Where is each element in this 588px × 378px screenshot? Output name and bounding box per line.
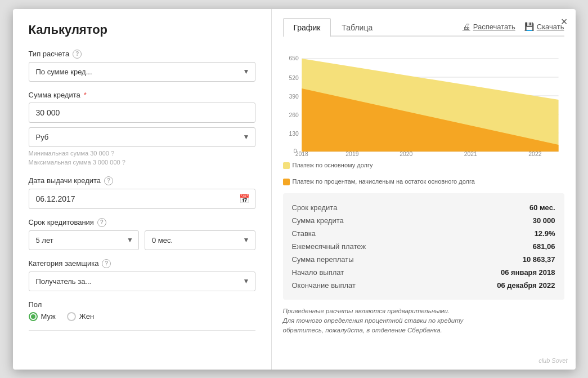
- credit-sum-input[interactable]: 30 000: [29, 103, 255, 123]
- summary-value-3: 681,06: [533, 242, 555, 251]
- gender-female-radio[interactable]: [67, 312, 76, 321]
- tab-chart[interactable]: График: [283, 18, 331, 37]
- date-input-wrap: 06.12.2017 📅: [29, 189, 255, 209]
- hint-max: Максимальная сумма 3 000 000 ?: [29, 158, 255, 167]
- calc-type-row: Тип расчета ? По сумме кред... ▼: [29, 50, 255, 82]
- gender-female-label[interactable]: Жен: [67, 312, 94, 321]
- summary-value-0: 60 мес.: [529, 203, 555, 212]
- panel-title: Калькулятор: [29, 23, 255, 37]
- svg-text:260: 260: [289, 112, 299, 118]
- calc-type-label: Тип расчета ?: [29, 50, 255, 59]
- calc-type-select[interactable]: По сумме кред...: [29, 62, 255, 82]
- credit-sum-row: Сумма кредита * 30 000 Руб ▼ Минимальная…: [29, 91, 255, 167]
- svg-text:650: 650: [289, 55, 299, 61]
- svg-text:2022: 2022: [528, 151, 541, 156]
- left-panel: Калькулятор Тип расчета ? По сумме кред.…: [13, 9, 272, 370]
- chart-svg: 0 130 260 390 520 650 2018 2019: [283, 43, 564, 156]
- summary-row-5: Начало выплат 06 января 2018: [292, 266, 555, 279]
- credit-sum-label: Сумма кредита *: [29, 91, 255, 99]
- legend-interest-label: Платеж по процентам, начисленым на остат…: [293, 178, 475, 185]
- calc-type-help-icon[interactable]: ?: [73, 50, 82, 59]
- svg-text:2019: 2019: [345, 151, 358, 156]
- summary-row-6: Окончание выплат 06 декабря 2022: [292, 279, 555, 292]
- term-years-select[interactable]: 5 лет: [29, 230, 140, 250]
- svg-text:2020: 2020: [400, 151, 412, 156]
- date-label: Дата выдачи кредита ?: [29, 176, 255, 185]
- summary-label-3: Ежемесячный платеж: [292, 242, 366, 251]
- term-months-select[interactable]: 0 мес.: [145, 230, 255, 250]
- download-icon: 💾: [524, 22, 534, 31]
- currency-select-wrap: Руб ▼: [29, 127, 255, 147]
- gender-female-text: Жен: [79, 312, 94, 321]
- tab-table[interactable]: Таблица: [331, 18, 383, 37]
- tab-actions: 🖨 Распечатать 💾 Скачать: [463, 22, 564, 31]
- hint-min: Минимальная сумма 30 000 ?: [29, 149, 255, 158]
- category-help-icon[interactable]: ?: [102, 259, 111, 268]
- summary-row-4: Сумма переплаты 10 863,37: [292, 253, 555, 266]
- tab-bar: График Таблица 🖨 Распечатать 💾 Скачать: [283, 18, 564, 37]
- term-months-wrap: 0 мес. ▼: [145, 230, 255, 250]
- summary-row-1: Сумма кредита 30 000: [292, 214, 555, 227]
- calculator-modal: × Калькулятор Тип расчета ? По сумме кре…: [13, 9, 576, 370]
- date-help-icon[interactable]: ?: [104, 176, 113, 185]
- gender-label: Пол: [29, 300, 255, 309]
- summary-label-5: Начало выплат: [292, 268, 344, 277]
- bottom-row: [29, 330, 255, 335]
- legend-principal: Платеж по основному долгу: [283, 162, 373, 169]
- currency-select[interactable]: Руб: [29, 127, 255, 147]
- date-input[interactable]: 06.12.2017: [29, 189, 255, 209]
- download-button[interactable]: 💾 Скачать: [524, 22, 564, 31]
- gender-radio-group: Муж Жен: [29, 312, 255, 321]
- summary-label-2: Ставка: [292, 229, 316, 238]
- category-row: Категория заемщика ? Получатель за... ▼: [29, 259, 255, 291]
- chart-legend: Платеж по основному долгу Платеж по проц…: [283, 162, 564, 185]
- svg-text:390: 390: [289, 94, 299, 100]
- close-button[interactable]: ×: [561, 16, 568, 27]
- term-row: Срок кредитования ? 5 лет ▼ 0 мес. ▼: [29, 218, 255, 250]
- term-label: Срок кредитования ?: [29, 218, 255, 227]
- calc-type-select-wrap: По сумме кред... ▼: [29, 62, 255, 82]
- gender-male-label[interactable]: Муж: [29, 312, 56, 321]
- print-button[interactable]: 🖨 Распечатать: [463, 22, 515, 31]
- watermark: club Sovet: [538, 357, 567, 364]
- gender-male-text: Муж: [41, 312, 56, 321]
- summary-label-4: Сумма переплаты: [292, 255, 354, 264]
- summary-label-1: Сумма кредита: [292, 216, 344, 225]
- summary-value-6: 06 декабря 2022: [497, 281, 555, 290]
- legend-principal-dot: [283, 162, 290, 169]
- chart-area: 0 130 260 390 520 650 2018 2019: [283, 43, 564, 156]
- right-panel: График Таблица 🖨 Распечатать 💾 Скачать 0…: [272, 9, 576, 370]
- category-label: Категория заемщика ?: [29, 259, 255, 268]
- print-icon: 🖨: [463, 22, 470, 31]
- legend-interest-dot: [283, 179, 290, 185]
- svg-text:520: 520: [289, 75, 299, 81]
- gender-row: Пол Муж Жен: [29, 300, 255, 321]
- svg-text:2018: 2018: [295, 151, 308, 156]
- summary-table: Срок кредита 60 мес. Сумма кредита 30 00…: [283, 193, 564, 300]
- category-select-wrap: Получатель за... ▼: [29, 272, 255, 291]
- gender-male-radio[interactable]: [29, 312, 38, 321]
- summary-value-4: 10 863,37: [523, 255, 555, 264]
- legend-principal-label: Платеж по основному долгу: [293, 162, 373, 168]
- summary-row-2: Ставка 12.9%: [292, 227, 555, 240]
- term-years-wrap: 5 лет ▼: [29, 230, 140, 250]
- summary-label-6: Окончание выплат: [292, 281, 356, 290]
- summary-value-1: 30 000: [533, 216, 555, 225]
- credit-sum-hints: Минимальная сумма 30 000 ? Максимальная …: [29, 149, 255, 167]
- summary-value-5: 06 января 2018: [501, 268, 555, 277]
- summary-label-0: Срок кредита: [292, 203, 338, 212]
- legend-interest: Платеж по процентам, начисленым на остат…: [283, 178, 475, 185]
- disclaimer-text: Приведенные расчеты являются предварител…: [283, 306, 564, 336]
- summary-row-3: Ежемесячный платеж 681,06: [292, 240, 555, 253]
- svg-text:130: 130: [289, 131, 299, 137]
- date-row: Дата выдачи кредита ? 06.12.2017 📅: [29, 176, 255, 209]
- category-select[interactable]: Получатель за...: [29, 272, 255, 291]
- term-selects: 5 лет ▼ 0 мес. ▼: [29, 230, 255, 250]
- svg-text:2021: 2021: [464, 151, 477, 156]
- term-help-icon[interactable]: ?: [97, 218, 106, 227]
- summary-value-2: 12.9%: [535, 229, 555, 238]
- summary-row-0: Срок кредита 60 мес.: [292, 201, 555, 214]
